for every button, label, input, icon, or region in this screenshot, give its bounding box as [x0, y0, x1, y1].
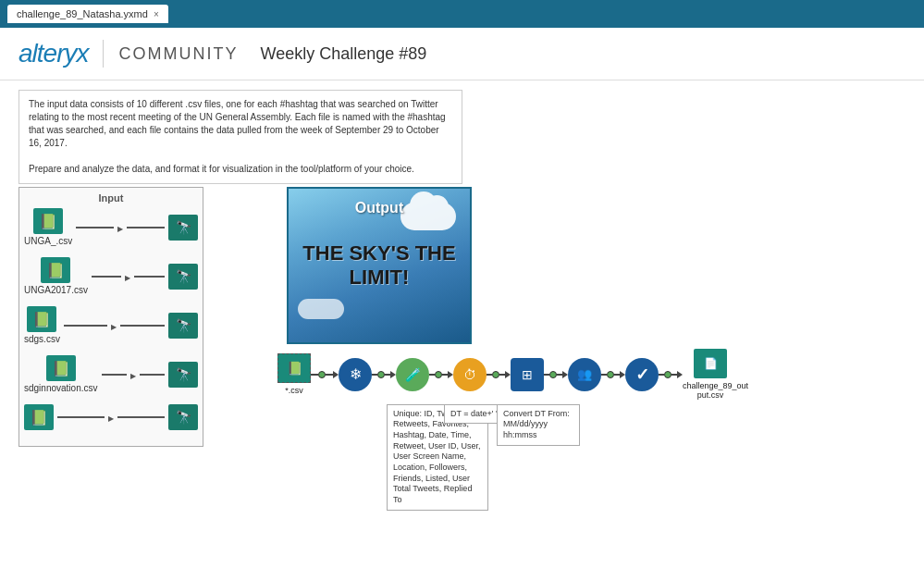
arrow-1: [117, 221, 123, 234]
tool-label-3: sdgs.csv: [24, 334, 60, 344]
conn-dot-1: [318, 371, 326, 378]
browse-block-2: 🔭: [168, 264, 198, 290]
cloud-decoration-2: [298, 299, 344, 319]
conn-dot-5: [549, 371, 557, 378]
arrow-3: [111, 319, 117, 332]
browse-block-3: 🔭: [168, 313, 198, 339]
connector-2: [92, 276, 122, 278]
workflow-area: 📗 *.csv ❄ 🧪: [277, 349, 738, 400]
arrow-2: [125, 270, 130, 283]
main-window: alteryx COMMUNITY Weekly Challenge #89 T…: [0, 28, 924, 568]
conn-4: [487, 358, 511, 391]
tool-block-1: 📗 UNGA_.csv: [24, 208, 72, 246]
grid-tool[interactable]: ⊞: [511, 358, 544, 391]
browse-icon-4[interactable]: 🔭: [168, 362, 198, 388]
output-csv-label: challenge_89_out put.csv: [683, 381, 738, 400]
output-main-text: THE SKY'S THE LIMIT!: [302, 241, 455, 290]
input-row-4: 📗 sdginnovation.csv 🔭: [24, 355, 198, 393]
browse-block-1: 🔭: [168, 215, 198, 241]
conn-dot-4: [492, 371, 499, 378]
conn-1: [311, 358, 339, 391]
conn-dot-2: [377, 371, 385, 378]
connector-2b: [134, 276, 165, 278]
tab-label: challenge_89_Natasha.yxmd: [17, 8, 148, 19]
tool-label-1: UNGA_.csv: [24, 236, 72, 246]
challenge-title: Weekly Challenge #89: [260, 44, 426, 64]
book-icon-1[interactable]: 📗: [33, 208, 63, 234]
tool-label-2: UNGA2017.csv: [24, 285, 88, 295]
title-tab[interactable]: challenge_89_Natasha.yxmd ×: [7, 5, 168, 23]
output-panel: Output THE SKY'S THE LIMIT!: [287, 187, 472, 344]
desc-line5: Prepare and analyze the data, and format…: [29, 164, 414, 174]
connector-1b: [127, 227, 165, 228]
conn-line-1a: [311, 374, 318, 376]
tool-block-5: 📗: [24, 404, 54, 430]
connector-5b: [117, 416, 165, 418]
header: alteryx COMMUNITY Weekly Challenge #89: [0, 28, 924, 80]
conn-2: [372, 358, 396, 391]
tooltip-convert: Convert DT From: MM/dd/yyyy hh:mmss: [497, 404, 580, 446]
book-icon-3[interactable]: 📗: [27, 306, 56, 332]
flask-tool[interactable]: 🧪: [396, 358, 429, 391]
wf-check-node: ✓: [625, 358, 659, 391]
arrow-5: [108, 411, 114, 424]
tool-label-4: sdginnovation.csv: [24, 383, 98, 393]
conn-6: [601, 358, 625, 391]
canvas: The input data consists of 10 different …: [0, 80, 924, 568]
snowflake-tool[interactable]: ❄: [339, 358, 372, 391]
browse-icon-2[interactable]: 🔭: [168, 264, 198, 290]
conn-dot-6: [607, 371, 614, 378]
connector-4b: [140, 374, 165, 376]
wf-output-node: 📄 challenge_89_out put.csv: [683, 349, 738, 400]
output-image: Output THE SKY'S THE LIMIT!: [287, 187, 472, 344]
connector-5: [57, 416, 105, 418]
csv-input-tool[interactable]: 📗: [277, 353, 311, 383]
book-icon-2[interactable]: 📗: [41, 257, 70, 283]
input-row-5: 📗 🔭: [24, 404, 198, 430]
connector-3: [64, 325, 108, 327]
input-row-3: 📗 sdgs.csv 🔭: [24, 306, 198, 344]
input-row-2: 📗 UNGA2017.csv 🔭: [24, 257, 198, 295]
tool-block-3: 📗 sdgs.csv: [24, 306, 60, 344]
conn-line-1b: [326, 374, 333, 376]
wf-people-node: 👥: [568, 358, 601, 391]
title-bar: challenge_89_Natasha.yxmd ×: [0, 0, 924, 28]
browse-icon-5[interactable]: 🔭: [168, 404, 198, 430]
output-image-label: Output: [355, 200, 403, 216]
check-tool[interactable]: ✓: [625, 358, 659, 391]
browse-block-5: 🔭: [168, 404, 198, 430]
clock-tool[interactable]: ⏱: [453, 358, 487, 391]
output-csv-tool[interactable]: 📄: [694, 349, 727, 378]
wf-snowflake-node: ❄: [339, 358, 372, 391]
connector-1: [76, 227, 114, 228]
tool-block-4: 📗 sdginnovation.csv: [24, 355, 98, 393]
conn-3: [429, 358, 453, 391]
wf-flask-node: 🧪 Unique: ID, Tweet, Retweets, Favorites…: [396, 358, 429, 391]
input-row-1: 📗 UNGA_.csv 🔭: [24, 208, 198, 246]
people-tool[interactable]: 👥: [568, 358, 601, 391]
cloud-decoration-1: [400, 203, 456, 230]
close-icon[interactable]: ×: [154, 9, 159, 19]
connector-4: [102, 374, 127, 376]
conn-dot-7: [664, 371, 671, 378]
book-icon-4[interactable]: 📗: [46, 355, 76, 381]
connector-3b: [120, 325, 165, 327]
arrow-4: [130, 368, 136, 381]
book-icon-5[interactable]: 📗: [24, 404, 54, 430]
conn-5: [544, 358, 568, 391]
wf-csv-node: 📗 *.csv: [277, 353, 311, 395]
conn-dot-3: [435, 371, 442, 378]
browse-block-4: 🔭: [168, 362, 198, 388]
input-panel-title: Input: [24, 192, 198, 204]
conn-7: [659, 358, 683, 391]
browse-icon-3[interactable]: 🔭: [168, 313, 198, 339]
csv-label: *.csv: [285, 386, 303, 395]
tool-block-2: 📗 UNGA2017.csv: [24, 257, 88, 295]
input-panel: Input 📗 UNGA_.csv 🔭 📗 UNGA2017.csv: [18, 187, 203, 447]
header-divider: [103, 40, 104, 68]
wf-grid-node: ⊞ Convert DT From: MM/dd/yyyy hh:mmss: [511, 358, 544, 391]
browse-icon-1[interactable]: 🔭: [168, 215, 198, 241]
wf-clock-node: ⏱ DT = date+' '+time: [453, 358, 487, 391]
description-box: The input data consists of 10 different …: [18, 90, 462, 184]
community-label: COMMUNITY: [118, 44, 238, 64]
